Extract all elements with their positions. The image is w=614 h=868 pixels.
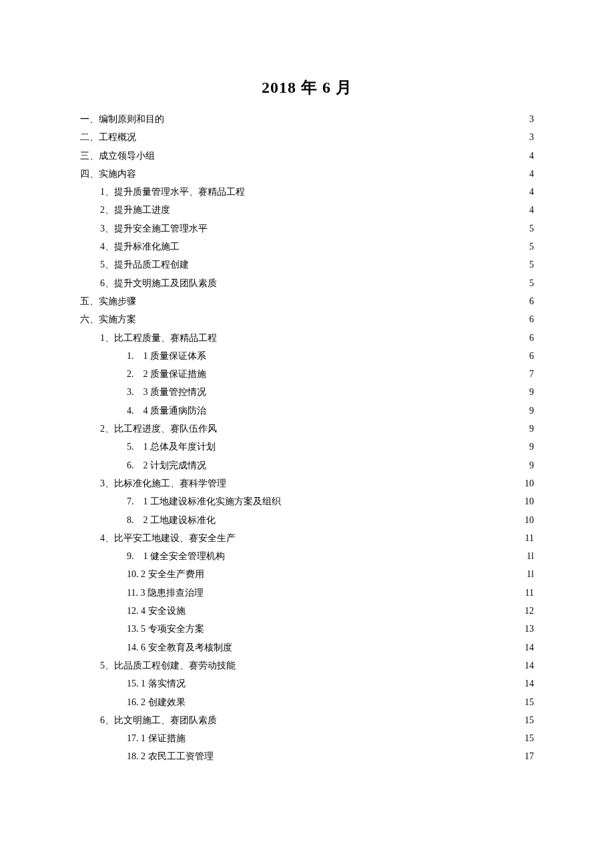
toc-entry: 4、提升标准化施工5 [80,238,534,256]
toc-entry: 1、比工程质量、赛精品工程6 [80,329,534,347]
toc-entry: 1. 1 质量保证体系6 [80,347,534,365]
toc-entry-page: 9 [529,456,534,474]
document-page: 2018 年 6 月 一、编制原则和目的3二、工程概况3三、成立领导小组4四、实… [80,77,534,766]
toc-entry-page: 11 [525,584,534,602]
toc-entry: 6. 2 计划完成情况9 [80,456,534,474]
toc-entry: 10. 2 安全生产费用1l [80,565,534,583]
toc-entry-label: 13. 5 专项安全方案 [127,620,204,638]
toc-entry-label: 6、提升文明施工及团队素质 [100,274,217,292]
toc-entry: 17. 1 保证措施15 [80,729,534,747]
toc-entry: 8. 2 工地建设标准化10 [80,511,534,529]
toc-entry-label: 9. 1 健全安全管理机构 [127,547,225,565]
toc-entry-page: 6 [529,347,534,365]
toc-entry: 9. 1 健全安全管理机构1l [80,547,534,565]
toc-entry-page: 15 [525,729,534,747]
toc-entry-page: 5 [529,256,534,274]
toc-entry-label: 4、提升标准化施工 [100,238,180,256]
toc-entry-page: 3 [529,110,534,128]
toc-entry: 2、比工程进度、赛队伍作风9 [80,420,534,438]
toc-entry: 13. 5 专项安全方案13 [80,620,534,638]
toc-entry: 5、提升品质工程创建5 [80,256,534,274]
toc-entry-page: 9 [529,420,534,438]
toc-entry-label: 4、比平安工地建设、赛安全生产 [100,529,236,547]
toc-entry: 5. 1 总体及年度计划9 [80,438,534,456]
toc-entry: 五、实施步骤6 [80,292,534,310]
toc-entry-label: 3、提升安全施工管理水平 [100,220,208,238]
table-of-contents: 一、编制原则和目的3二、工程概况3三、成立领导小组4四、实施内容41、提升质量管… [80,110,534,766]
toc-entry: 18. 2 农民工工资管理17 [80,747,534,765]
toc-entry: 1、提升质量管理水平、赛精品工程4 [80,183,534,201]
toc-entry-label: 2、提升施工进度 [100,201,170,219]
toc-entry-label: 16. 2 创建效果 [127,693,186,711]
toc-entry-page: 4 [529,201,534,219]
toc-entry-label: 12. 4 安全设施 [127,602,186,620]
toc-entry-label: 10. 2 安全生产费用 [127,565,204,583]
toc-entry: 5、比品质工程创建、赛劳动技能14 [80,657,534,675]
toc-entry-page: 10 [525,511,534,529]
toc-entry-label: 3. 3 质量管控情况 [127,383,206,401]
toc-entry-page: 3 [529,128,534,146]
toc-entry-page: 6 [529,329,534,347]
toc-entry-page: 13 [525,620,534,638]
toc-entry-label: 2、比工程进度、赛队伍作风 [100,420,217,438]
toc-entry-label: 18. 2 农民工工资管理 [127,747,214,765]
toc-entry-page: 4 [529,165,534,183]
toc-entry-label: 6. 2 计划完成情况 [127,456,206,474]
toc-entry-label: 1. 1 质量保证体系 [127,347,206,365]
toc-entry-page: 6 [529,310,534,328]
toc-entry: 3、比标准化施工、赛科学管理10 [80,474,534,492]
toc-entry: 14. 6 安全教育及考核制度14 [80,638,534,657]
toc-entry-label: 4. 4 质量通病防治 [127,402,206,420]
toc-entry-page: 7 [529,365,534,383]
toc-entry-page: 9 [529,383,534,401]
toc-entry-label: 三、成立领导小组 [80,147,155,165]
toc-entry-page: 10 [525,474,534,492]
toc-entry-label: 五、实施步骤 [80,292,136,310]
toc-entry: 六、实施方案6 [80,310,534,328]
toc-entry-page: 4 [529,147,534,165]
toc-entry-page: 6 [529,292,534,310]
toc-entry-label: 11. 3 隐患排查治理 [127,584,204,602]
toc-entry: 15. 1 落实情况14 [80,675,534,693]
toc-entry: 12. 4 安全设施12 [80,602,534,620]
toc-entry-label: 17. 1 保证措施 [127,729,186,747]
toc-entry: 6、提升文明施工及团队素质5 [80,274,534,292]
toc-entry-page: 14 [525,638,534,657]
toc-entry-label: 14. 6 安全教育及考核制度 [127,638,232,657]
toc-entry-page: 11 [525,529,534,547]
toc-entry-label: 六、实施方案 [80,310,136,328]
toc-entry-label: 一、编制原则和目的 [80,110,164,128]
toc-entry-label: 5. 1 总体及年度计划 [127,438,216,456]
toc-entry: 4. 4 质量通病防治9 [80,402,534,420]
toc-entry-page: 17 [525,747,534,765]
toc-entry: 2. 2 质量保证措施7 [80,365,534,383]
toc-entry: 二、工程概况3 [80,128,534,146]
toc-entry: 4、比平安工地建设、赛安全生产11 [80,529,534,547]
toc-entry-page: 1l [527,547,534,565]
toc-entry-label: 2. 2 质量保证措施 [127,365,206,383]
toc-entry-page: 9 [529,402,534,420]
toc-entry-page: 5 [529,220,534,238]
toc-entry: 7. 1 工地建设标准化实施方案及组织10 [80,492,534,510]
toc-entry-page: 10 [525,492,534,510]
toc-entry-label: 8. 2 工地建设标准化 [127,511,216,529]
toc-entry-page: 12 [525,602,534,620]
toc-entry-page: 15 [525,693,534,711]
toc-entry-label: 7. 1 工地建设标准化实施方案及组织 [127,492,281,510]
toc-entry-label: 5、比品质工程创建、赛劳动技能 [100,657,236,675]
toc-entry: 2、提升施工进度4 [80,201,534,219]
toc-entry: 四、实施内容4 [80,165,534,183]
toc-entry-page: 9 [529,438,534,456]
toc-entry: 11. 3 隐患排查治理11 [80,584,534,602]
toc-entry-label: 15. 1 落实情况 [127,675,186,693]
toc-entry-page: 1l [527,565,534,583]
toc-entry-page: 14 [525,657,534,675]
toc-entry: 16. 2 创建效果15 [80,693,534,711]
toc-entry-label: 5、提升品质工程创建 [100,256,189,274]
toc-entry: 三、成立领导小组4 [80,147,534,165]
toc-entry-label: 6、比文明施工、赛团队素质 [100,711,217,729]
toc-entry-label: 1、提升质量管理水平、赛精品工程 [100,183,245,201]
toc-entry-label: 二、工程概况 [80,128,136,146]
toc-entry-page: 5 [529,274,534,292]
toc-entry: 6、比文明施工、赛团队素质15 [80,711,534,729]
